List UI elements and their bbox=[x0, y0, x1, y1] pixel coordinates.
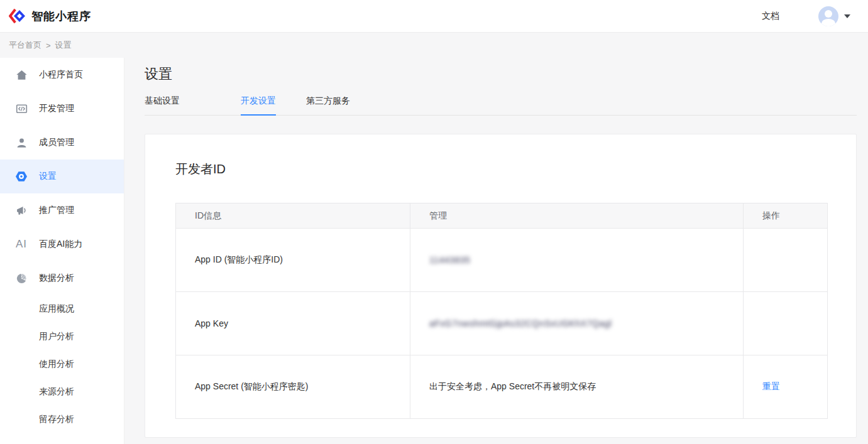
megaphone-icon bbox=[15, 204, 28, 217]
sidebar-item-promotion[interactable]: 推广管理 bbox=[0, 193, 124, 227]
column-header-id-info: ID信息 bbox=[176, 203, 410, 229]
pie-chart-icon bbox=[15, 272, 28, 284]
developer-id-table: ID信息 管理 操作 App ID (智能小程序ID) 11443835 App… bbox=[175, 203, 828, 419]
code-icon bbox=[15, 102, 28, 115]
row-action-empty bbox=[744, 292, 828, 355]
sidebar-item-dev-manage[interactable]: 开发管理 bbox=[0, 92, 124, 126]
reset-button[interactable]: 重置 bbox=[762, 381, 780, 391]
breadcrumb-current: 设置 bbox=[55, 40, 72, 51]
column-header-manage: 管理 bbox=[410, 203, 744, 229]
chevron-down-icon[interactable] bbox=[844, 14, 850, 18]
top-header: 智能小程序 文档 bbox=[0, 0, 868, 33]
sidebar-item-label: 开发管理 bbox=[39, 103, 74, 114]
table-header-row: ID信息 管理 操作 bbox=[176, 203, 828, 229]
column-header-action: 操作 bbox=[744, 203, 828, 229]
avatar[interactable] bbox=[818, 6, 838, 26]
sidebar-item-label: 小程序首页 bbox=[39, 69, 83, 80]
sidebar-item-label: 数据分析 bbox=[39, 273, 74, 284]
row-action-empty bbox=[744, 229, 828, 292]
user-menu[interactable] bbox=[818, 6, 850, 26]
row-label-app-secret: App Secret (智能小程序密匙) bbox=[176, 355, 410, 419]
sidebar-item-label: 百度AI能力 bbox=[39, 239, 82, 250]
sidebar-item-ai[interactable]: AI 百度AI能力 bbox=[0, 227, 124, 261]
tab-basic-settings[interactable]: 基础设置 bbox=[145, 95, 180, 115]
sidebar-item-members[interactable]: 成员管理 bbox=[0, 126, 124, 160]
page-title: 设置 bbox=[145, 65, 172, 84]
sidebar-subitem-usage-analysis[interactable]: 使用分析 bbox=[0, 350, 124, 378]
settings-tabs: 基础设置 开发设置 第三方服务 bbox=[145, 95, 857, 116]
sidebar-item-settings[interactable]: 设置 bbox=[0, 160, 124, 193]
home-icon bbox=[15, 68, 28, 81]
main-content: 设置 基础设置 开发设置 第三方服务 开发者ID ID信息 管理 操作 App … bbox=[124, 58, 868, 444]
sidebar-subitem-user-analysis[interactable]: 用户分析 bbox=[0, 323, 124, 350]
section-title: 开发者ID bbox=[175, 161, 826, 178]
tab-dev-settings[interactable]: 开发设置 bbox=[241, 95, 276, 115]
sidebar-item-home[interactable]: 小程序首页 bbox=[0, 58, 124, 92]
app-secret-note: 出于安全考虑，App Secret不再被明文保存 bbox=[410, 355, 744, 419]
sidebar-subitem-retention-analysis[interactable]: 留存分析 bbox=[0, 406, 124, 433]
brand-title: 智能小程序 bbox=[31, 9, 91, 24]
sidebar-subitem-app-overview[interactable]: 应用概况 bbox=[0, 295, 124, 323]
table-row: App Key aFxG7nwshmtGjpAs32CQnSxUGKhX7Qag… bbox=[176, 292, 828, 355]
app-id-value-redacted: 11443835 bbox=[429, 255, 470, 265]
member-icon bbox=[15, 136, 28, 149]
app-key-value-redacted: aFxG7nwshmtGjpAs32CQnSxUGKhX7Qagl bbox=[429, 318, 612, 328]
brand-logo[interactable]: 智能小程序 bbox=[9, 8, 91, 24]
row-label-app-id: App ID (智能小程序ID) bbox=[176, 229, 410, 292]
table-row: App Secret (智能小程序密匙) 出于安全考虑，App Secret不再… bbox=[176, 355, 828, 419]
sidebar-subitem-source-analysis[interactable]: 来源分析 bbox=[0, 378, 124, 406]
doc-link[interactable]: 文档 bbox=[762, 11, 779, 22]
table-row: App ID (智能小程序ID) 11443835 bbox=[176, 229, 828, 292]
tab-third-party[interactable]: 第三方服务 bbox=[306, 95, 350, 115]
sidebar: 小程序首页 开发管理 成员管理 bbox=[0, 58, 124, 444]
developer-id-card: 开发者ID ID信息 管理 操作 App ID (智能小程序ID) 114438… bbox=[145, 134, 857, 438]
sidebar-item-label: 推广管理 bbox=[39, 205, 74, 216]
breadcrumb-home[interactable]: 平台首页 bbox=[9, 40, 41, 51]
smart-miniprogram-logo-icon bbox=[9, 8, 26, 24]
row-label-app-key: App Key bbox=[176, 292, 410, 355]
ai-icon: AI bbox=[15, 238, 28, 251]
breadcrumb: 平台首页 > 设置 bbox=[0, 33, 868, 58]
sidebar-item-data-analysis[interactable]: 数据分析 bbox=[0, 261, 124, 295]
sidebar-item-label: 成员管理 bbox=[39, 137, 74, 148]
settings-icon bbox=[15, 170, 28, 183]
breadcrumb-separator: > bbox=[46, 41, 51, 50]
sidebar-item-label: 设置 bbox=[39, 171, 57, 182]
